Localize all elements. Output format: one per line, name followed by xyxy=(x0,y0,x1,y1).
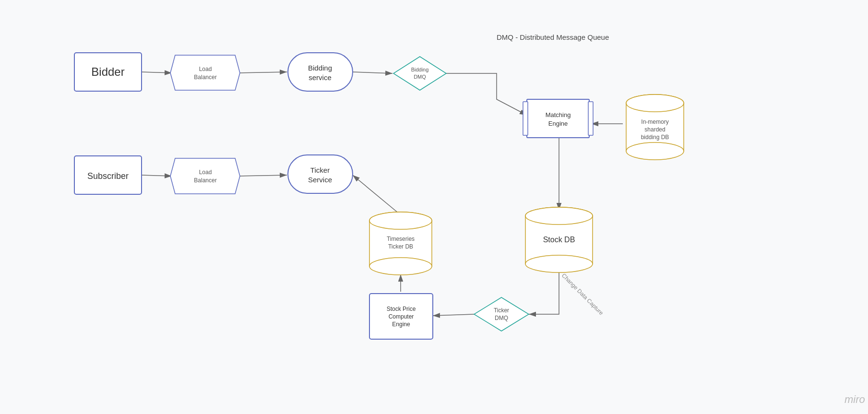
load-balancer-bottom-node xyxy=(170,158,240,194)
load-balancer-bottom-label2: Balancer xyxy=(194,177,216,184)
stock-price-engine-label: Stock Price xyxy=(387,306,416,312)
in-memory-db-label: In-memory xyxy=(641,118,668,125)
ticker-dmq-label2: DMQ xyxy=(495,315,508,321)
bidder-label: Bidder xyxy=(91,65,124,78)
stock-db-bottom xyxy=(525,255,593,272)
in-memory-db-label2: sharded xyxy=(644,126,665,133)
ticker-service-node xyxy=(288,155,353,193)
matching-engine-label2: Engine xyxy=(548,120,568,127)
timeseries-db-bottom xyxy=(369,258,432,275)
load-balancer-top-label2: Balancer xyxy=(194,74,216,81)
miro-logo: miro xyxy=(844,393,865,405)
load-balancer-top-label: Load xyxy=(199,66,212,72)
matching-engine-sidebar-left xyxy=(523,102,528,135)
in-memory-db-top-visible xyxy=(626,95,684,112)
subscriber-label: Subscriber xyxy=(87,171,129,181)
load-balancer-top-node xyxy=(170,55,240,90)
timeseries-db-label: Timeseries xyxy=(387,236,415,242)
bidding-dmq-label: Bidding xyxy=(411,67,429,72)
matching-engine-sidebar-right xyxy=(588,102,593,135)
stock-price-engine-label3: Engine xyxy=(392,321,410,328)
ticker-service-label2: Service xyxy=(308,176,332,184)
ticker-dmq-label: Ticker xyxy=(494,307,509,314)
timeseries-db-label2: Ticker DB xyxy=(388,243,413,250)
load-balancer-bottom-label: Load xyxy=(199,169,212,176)
stock-db-top-visible xyxy=(525,207,593,225)
ticker-service-label: Ticker xyxy=(310,166,330,174)
stock-db-label: Stock DB xyxy=(543,236,575,244)
timeseries-db-top-visible xyxy=(369,212,432,229)
bidding-service-label2: service xyxy=(309,73,332,82)
dmq-title: DMQ - Distributed Message Queue xyxy=(497,33,609,41)
bidding-service-node xyxy=(288,53,353,91)
in-memory-db-bottom xyxy=(626,142,684,160)
in-memory-db-label3: bidding DB xyxy=(641,134,669,141)
bidding-service-label: Bidding xyxy=(308,64,332,72)
matching-engine-label: Matching xyxy=(546,111,571,118)
stock-price-engine-label2: Computer xyxy=(389,313,414,320)
matching-engine-node xyxy=(527,99,589,138)
bidding-dmq-label2: DMQ xyxy=(414,74,426,80)
